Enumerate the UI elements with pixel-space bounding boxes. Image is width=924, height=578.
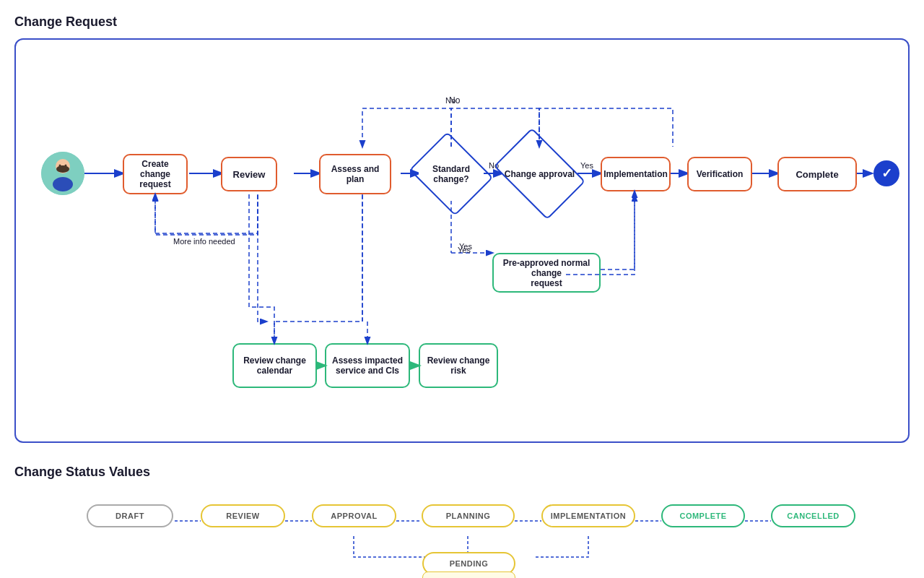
svg-point-23 [65,165,67,167]
status-approval: APPROVAL [312,504,396,527]
create-node: Create change request [123,154,188,194]
implementation-node: Implementation [601,157,671,191]
check-icon: ✓ [873,160,899,186]
preapproved-node: Pre-approved normal change request [492,253,601,293]
status-review: REVIEW [201,504,285,527]
review-node: Review [221,157,277,191]
complete-node: Complete [777,157,857,191]
svg-text:Yes: Yes [580,161,593,170]
impacted-node: Assess impacted service and CIs [325,343,410,388]
status-flow: DRAFT REVIEW APPROVAL PLANNING IMPLEMENT… [14,488,910,578]
status-implementation: IMPLEMENTATION [541,504,635,527]
status-planning: PLANNING [422,504,515,527]
status-draft: DRAFT [87,504,173,527]
svg-text:No: No [445,96,456,105]
svg-text:No: No [449,95,461,105]
status-complete: COMPLETE [661,504,745,527]
verification-node: Verification [687,157,752,191]
standard-node: Standard change? [419,147,484,201]
page-title: Change Request [14,14,910,30]
diagram-container: No Yes Yes No [14,38,910,443]
svg-point-22 [59,165,61,167]
svg-point-21 [53,177,73,191]
status-title: Change Status Values [14,465,910,480]
avatar-node [41,152,84,195]
calendar-node: Review change calendar [232,343,317,388]
pending-subtext: More info required Waiting on vendor [422,571,515,578]
yes-label-standard: Yes [458,246,471,254]
more-info-label: More info needed [173,237,235,246]
status-cancelled: CANCELLED [771,504,855,527]
approval-node: Change approval [502,147,578,201]
assess-node: Assess and plan [319,154,391,194]
risk-node: Review change risk [419,343,498,388]
